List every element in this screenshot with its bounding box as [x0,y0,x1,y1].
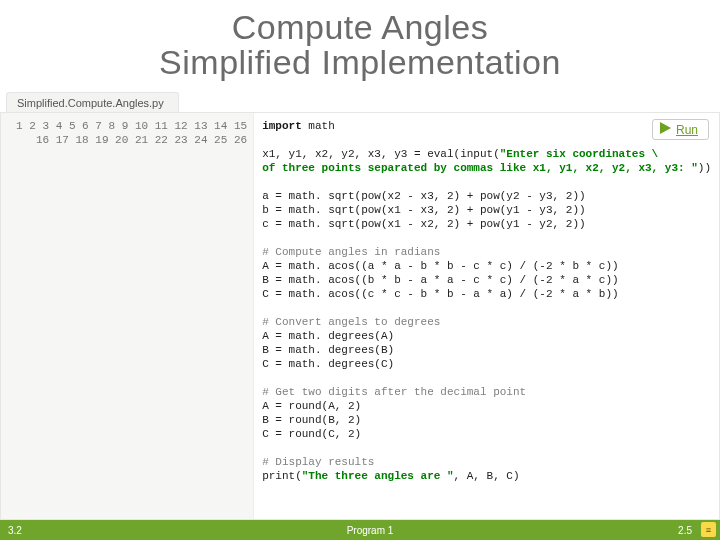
code-panel: 1 2 3 4 5 6 7 8 9 10 11 12 13 14 15 16 1… [0,112,720,520]
slide-footer: 3.2 Program 1 2.5 ≡ [0,520,720,540]
file-tab-row: Simplified.Compute.Angles.py [0,92,720,112]
footer-logo-icon: ≡ [701,522,716,537]
svg-marker-0 [660,122,671,134]
file-tab[interactable]: Simplified.Compute.Angles.py [6,92,179,112]
play-icon [659,122,671,137]
title-line-1: Compute Angles [0,8,720,47]
run-button-label: Run [676,123,698,137]
line-number-gutter: 1 2 3 4 5 6 7 8 9 10 11 12 13 14 15 16 1… [1,113,254,519]
run-button[interactable]: Run [652,119,709,140]
code-area[interactable]: import math x1, y1, x2, y2, x3, y3 = eva… [254,113,719,519]
footer-program-label: Program 1 [110,525,630,536]
slide-title: Compute Angles Simplified Implementation [0,0,720,86]
title-line-2: Simplified Implementation [0,43,720,82]
footer-left-number: 3.2 [0,525,110,536]
